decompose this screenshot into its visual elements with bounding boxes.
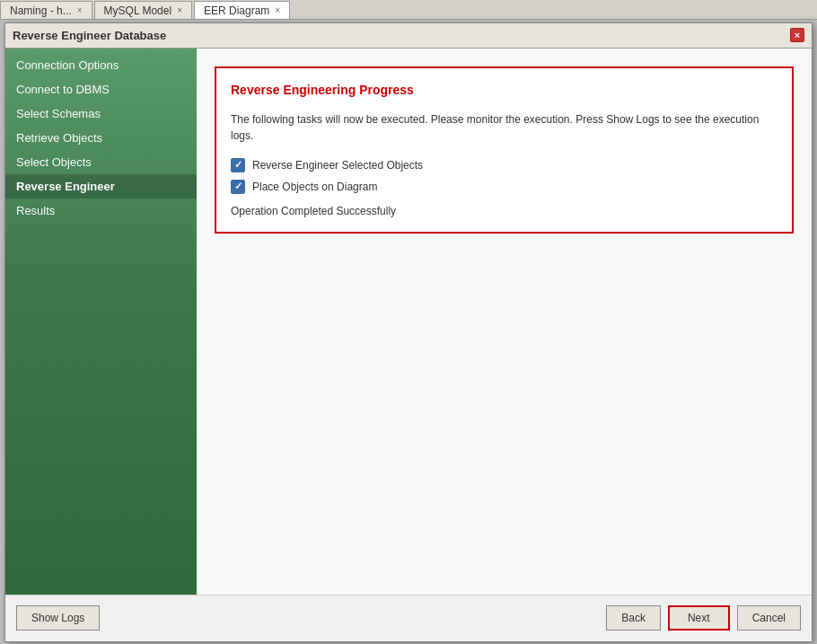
footer-left: Show Logs: [16, 605, 100, 631]
tab-mysql-model-label: MySQL Model: [104, 4, 172, 17]
sidebar-item-select-schemas-label: Select Schemas: [16, 107, 101, 120]
task-label-place-objects: Place Objects on Diagram: [252, 181, 377, 193]
dialog: Reverse Engineer Database × Connection O…: [4, 22, 813, 642]
tab-naming-close[interactable]: ×: [77, 5, 83, 15]
task-checkbox-reverse-engineer: [231, 158, 245, 172]
spacer: [197, 251, 812, 595]
progress-section: Reverse Engineering Progress The followi…: [215, 66, 794, 234]
task-item-reverse-engineer: Reverse Engineer Selected Objects: [231, 158, 777, 172]
dialog-titlebar: Reverse Engineer Database ×: [5, 23, 812, 49]
sidebar-item-reverse-engineer-label: Reverse Engineer: [16, 180, 115, 193]
show-logs-button[interactable]: Show Logs: [16, 605, 100, 631]
sidebar-item-results[interactable]: Results: [5, 198, 197, 223]
progress-description: The following tasks will now be executed…: [231, 111, 777, 144]
dialog-close-button[interactable]: ×: [790, 28, 804, 42]
dialog-title: Reverse Engineer Database: [13, 29, 166, 42]
tab-eer-diagram[interactable]: EER Diagram ×: [194, 1, 290, 19]
tab-mysql-model-close[interactable]: ×: [177, 5, 182, 15]
tab-eer-diagram-label: EER Diagram: [204, 4, 269, 17]
tab-naming-label: Naming - h...: [10, 4, 72, 17]
sidebar-item-connect-to-dbms[interactable]: Connect to DBMS: [5, 77, 197, 101]
sidebar-item-connection-options-label: Connection Options: [16, 58, 119, 72]
sidebar-item-connect-to-dbms-label: Connect to DBMS: [16, 83, 110, 96]
dialog-overlay: Reverse Engineer Database × Connection O…: [0, 20, 817, 644]
sidebar-item-select-schemas[interactable]: Select Schemas: [5, 101, 197, 126]
task-item-place-objects: Place Objects on Diagram: [231, 180, 777, 194]
task-label-reverse-engineer: Reverse Engineer Selected Objects: [252, 159, 423, 172]
sidebar: Connection Options Connect to DBMS Selec…: [5, 49, 197, 595]
footer-right: Back Next Cancel: [606, 605, 801, 631]
sidebar-item-results-label: Results: [16, 204, 55, 217]
tab-eer-diagram-close[interactable]: ×: [275, 5, 280, 15]
task-checkbox-place-objects: [231, 180, 245, 194]
sidebar-item-connection-options[interactable]: Connection Options: [5, 53, 197, 77]
cancel-button[interactable]: Cancel: [737, 605, 801, 631]
sidebar-item-retrieve-objects[interactable]: Retrieve Objects: [5, 126, 197, 150]
success-text: Operation Completed Successfully: [231, 205, 777, 217]
sidebar-item-reverse-engineer[interactable]: Reverse Engineer: [5, 174, 197, 198]
progress-title: Reverse Engineering Progress: [231, 83, 777, 97]
tab-bar: Naming - h... × MySQL Model × EER Diagra…: [0, 0, 817, 20]
dialog-body: Connection Options Connect to DBMS Selec…: [5, 49, 812, 595]
sidebar-item-select-objects-label: Select Objects: [16, 155, 92, 169]
sidebar-item-retrieve-objects-label: Retrieve Objects: [16, 131, 102, 145]
dialog-footer: Show Logs Back Next Cancel: [5, 595, 812, 641]
back-button[interactable]: Back: [606, 605, 661, 631]
tab-naming[interactable]: Naming - h... ×: [0, 1, 92, 19]
sidebar-item-select-objects[interactable]: Select Objects: [5, 150, 197, 174]
next-button[interactable]: Next: [668, 605, 730, 631]
tab-mysql-model[interactable]: MySQL Model ×: [94, 1, 192, 19]
main-content: Reverse Engineering Progress The followi…: [197, 49, 812, 595]
